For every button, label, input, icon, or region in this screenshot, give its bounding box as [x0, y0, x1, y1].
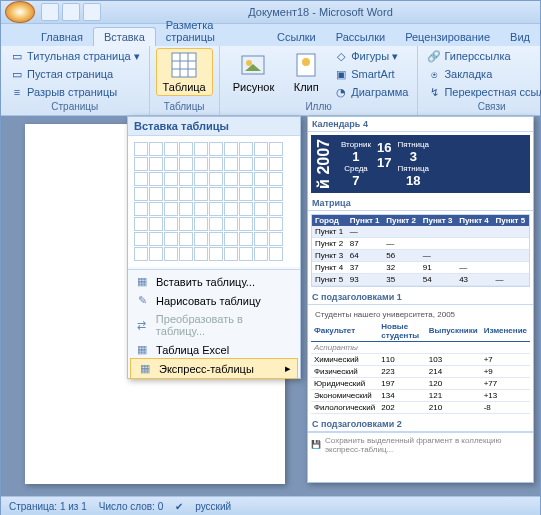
table-button[interactable]: Таблица: [156, 48, 213, 96]
tab-mailings[interactable]: Рассылки: [326, 28, 395, 46]
grid-cell[interactable]: [224, 217, 238, 231]
status-lang[interactable]: русский: [195, 501, 231, 512]
grid-cell[interactable]: [209, 187, 223, 201]
grid-cell[interactable]: [209, 247, 223, 261]
grid-cell[interactable]: [134, 217, 148, 231]
grid-cell[interactable]: [254, 217, 268, 231]
grid-cell[interactable]: [194, 157, 208, 171]
grid-cell[interactable]: [134, 232, 148, 246]
page-break-button[interactable]: ≡Разрыв страницы: [7, 84, 143, 100]
grid-cell[interactable]: [134, 202, 148, 216]
undo-icon[interactable]: [62, 3, 80, 21]
grid-cell[interactable]: [209, 157, 223, 171]
grid-cell[interactable]: [254, 172, 268, 186]
grid-cell[interactable]: [149, 217, 163, 231]
grid-cell[interactable]: [269, 247, 283, 261]
tab-review[interactable]: Рецензирование: [395, 28, 500, 46]
grid-cell[interactable]: [209, 142, 223, 156]
gallery-footer[interactable]: 💾Сохранить выделенный фрагмент в коллекц…: [308, 432, 533, 457]
grid-cell[interactable]: [224, 202, 238, 216]
status-spell-icon[interactable]: ✔: [175, 501, 183, 512]
grid-cell[interactable]: [269, 217, 283, 231]
grid-cell[interactable]: [224, 172, 238, 186]
grid-cell[interactable]: [269, 157, 283, 171]
grid-cell[interactable]: [254, 157, 268, 171]
tab-references[interactable]: Ссылки: [267, 28, 326, 46]
tab-home[interactable]: Главная: [31, 28, 93, 46]
grid-cell[interactable]: [224, 187, 238, 201]
grid-cell[interactable]: [209, 217, 223, 231]
grid-cell[interactable]: [209, 172, 223, 186]
tab-layout[interactable]: Разметка страницы: [156, 16, 267, 46]
grid-cell[interactable]: [269, 232, 283, 246]
grid-cell[interactable]: [239, 232, 253, 246]
calendar-preview[interactable]: й 2007 Вторник1Среда71617Пятница3Пятница…: [311, 135, 530, 193]
sub1-preview[interactable]: Студенты нашего университета, 2005 Факул…: [311, 308, 530, 414]
grid-cell[interactable]: [254, 232, 268, 246]
grid-cell[interactable]: [254, 142, 268, 156]
status-page[interactable]: Страница: 1 из 1: [9, 501, 87, 512]
grid-cell[interactable]: [194, 202, 208, 216]
grid-cell[interactable]: [179, 232, 193, 246]
grid-cell[interactable]: [164, 202, 178, 216]
title-page-button[interactable]: ▭Титульная страница▾: [7, 48, 143, 64]
grid-cell[interactable]: [179, 142, 193, 156]
shapes-button[interactable]: ◇Фигуры▾: [331, 48, 411, 64]
grid-cell[interactable]: [164, 247, 178, 261]
draw-table-item[interactable]: ✎Нарисовать таблицу: [128, 291, 300, 310]
grid-cell[interactable]: [239, 142, 253, 156]
grid-cell[interactable]: [149, 247, 163, 261]
crossref-button[interactable]: ↯Перекрестная ссылка: [424, 84, 541, 100]
grid-cell[interactable]: [239, 247, 253, 261]
tab-insert[interactable]: Вставка: [93, 27, 156, 46]
picture-button[interactable]: Рисунок: [226, 48, 282, 100]
grid-cell[interactable]: [179, 217, 193, 231]
grid-cell[interactable]: [149, 142, 163, 156]
grid-cell[interactable]: [134, 187, 148, 201]
grid-cell[interactable]: [224, 232, 238, 246]
grid-cell[interactable]: [164, 187, 178, 201]
matrix-preview[interactable]: ГородПункт 1Пункт 2Пункт 3Пункт 4Пункт 5…: [311, 214, 530, 287]
grid-cell[interactable]: [149, 187, 163, 201]
grid-cell[interactable]: [194, 247, 208, 261]
grid-cell[interactable]: [164, 217, 178, 231]
grid-cell[interactable]: [134, 247, 148, 261]
grid-cell[interactable]: [134, 157, 148, 171]
chart-button[interactable]: ◔Диаграмма: [331, 84, 411, 100]
grid-cell[interactable]: [254, 187, 268, 201]
grid-cell[interactable]: [269, 142, 283, 156]
blank-page-button[interactable]: ▭Пустая страница: [7, 66, 143, 82]
grid-cell[interactable]: [269, 202, 283, 216]
grid-cell[interactable]: [179, 157, 193, 171]
grid-cell[interactable]: [164, 232, 178, 246]
grid-cell[interactable]: [194, 142, 208, 156]
table-size-grid[interactable]: [128, 136, 300, 267]
smartart-button[interactable]: ▣SmartArt: [331, 66, 411, 82]
grid-cell[interactable]: [179, 187, 193, 201]
grid-cell[interactable]: [149, 157, 163, 171]
grid-cell[interactable]: [179, 202, 193, 216]
tab-view[interactable]: Вид: [500, 28, 540, 46]
grid-cell[interactable]: [149, 232, 163, 246]
quick-tables-item[interactable]: ▦Экспресс-таблицы▸: [130, 358, 298, 379]
grid-cell[interactable]: [224, 247, 238, 261]
grid-cell[interactable]: [194, 187, 208, 201]
grid-cell[interactable]: [239, 202, 253, 216]
grid-cell[interactable]: [254, 247, 268, 261]
status-words[interactable]: Число слов: 0: [99, 501, 163, 512]
grid-cell[interactable]: [134, 172, 148, 186]
clip-button[interactable]: Клип: [285, 48, 327, 100]
office-button[interactable]: [5, 1, 35, 23]
grid-cell[interactable]: [209, 232, 223, 246]
grid-cell[interactable]: [164, 172, 178, 186]
hyperlink-button[interactable]: 🔗Гиперссылка: [424, 48, 541, 64]
grid-cell[interactable]: [269, 187, 283, 201]
grid-cell[interactable]: [254, 202, 268, 216]
grid-cell[interactable]: [194, 217, 208, 231]
insert-table-item[interactable]: ▦Вставить таблицу...: [128, 272, 300, 291]
grid-cell[interactable]: [209, 202, 223, 216]
grid-cell[interactable]: [239, 187, 253, 201]
grid-cell[interactable]: [149, 202, 163, 216]
redo-icon[interactable]: [83, 3, 101, 21]
grid-cell[interactable]: [194, 172, 208, 186]
